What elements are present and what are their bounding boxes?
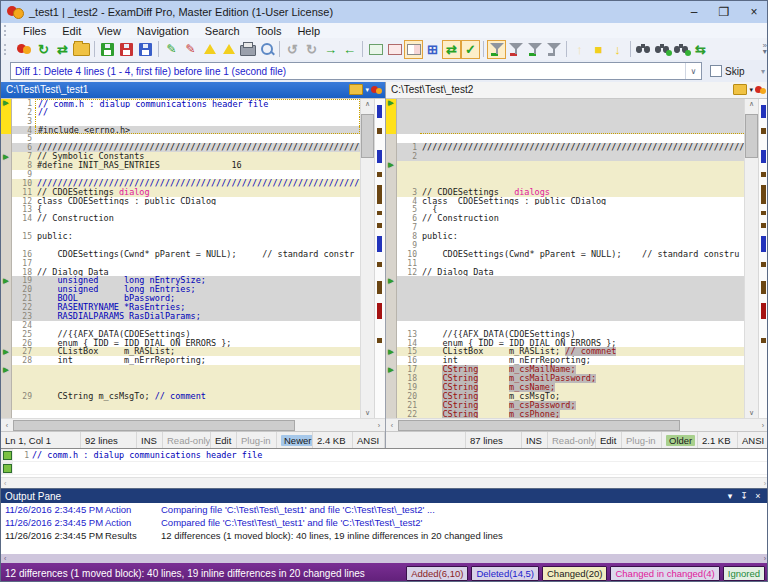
- code-line[interactable]: 1///////////////////////////////////////…: [386, 143, 744, 152]
- menu-search[interactable]: Search: [197, 25, 248, 37]
- code-text[interactable]: CListBox m_RASList;: [35, 347, 360, 356]
- code-text[interactable]: [420, 161, 744, 170]
- diff-map-mark[interactable]: [761, 105, 766, 118]
- right-diff-map[interactable]: [758, 99, 768, 418]
- diff-marker-icon[interactable]: ▶: [3, 154, 8, 160]
- scroll-left-icon[interactable]: ‹: [386, 420, 398, 431]
- diff-marker-icon[interactable]: ▶: [3, 349, 8, 355]
- code-text[interactable]: CString m_csMailPassword;: [420, 374, 744, 383]
- code-line[interactable]: 4class CDOESettings : public CDialog: [386, 197, 744, 206]
- find-next-button[interactable]: [653, 40, 672, 59]
- code-line[interactable]: [386, 285, 744, 294]
- diff-map-mark[interactable]: [377, 262, 382, 267]
- code-text[interactable]: [420, 117, 744, 126]
- code-text[interactable]: CDOESettings(Cwnd* pParent = NULL); // s…: [35, 250, 360, 259]
- left-code-view[interactable]: ▶1// comm.h : dialup communications head…: [1, 99, 360, 418]
- code-line[interactable]: [386, 321, 744, 330]
- code-text[interactable]: [35, 410, 360, 419]
- code-line[interactable]: 11// CDOESettings dialog: [1, 188, 360, 197]
- diff-map-mark[interactable]: [761, 281, 766, 294]
- code-text[interactable]: [420, 321, 744, 330]
- menu-navigation[interactable]: Navigation: [129, 25, 197, 37]
- code-line[interactable]: 17: [1, 259, 360, 268]
- code-line[interactable]: 20 CString m_csMsgTo;: [386, 392, 744, 401]
- code-text[interactable]: {: [420, 205, 744, 214]
- menu-help[interactable]: Help: [289, 25, 328, 37]
- code-line[interactable]: ▶: [386, 99, 744, 108]
- code-line[interactable]: ▶15 CListBox m_RASList; // commnet: [386, 347, 744, 356]
- code-text[interactable]: BOOL bPassword;: [35, 294, 360, 303]
- code-text[interactable]: int m_nErrReporting;: [35, 356, 360, 365]
- edit-first-file-button[interactable]: ✎: [162, 40, 181, 59]
- output-row[interactable]: 11/26/2016 2:34:45 PMActionCompared file…: [1, 516, 768, 529]
- close-button[interactable]: ×: [739, 2, 768, 22]
- scroll-left-icon[interactable]: ‹: [4, 480, 6, 487]
- save-report-as-button[interactable]: [219, 40, 238, 59]
- output-row[interactable]: 11/26/2016 2:34:45 PMActionComparing fil…: [1, 503, 768, 516]
- code-text[interactable]: CDOESettings(Cwnd* pParent = NULL); // s…: [420, 250, 744, 259]
- inspector-line[interactable]: 1// comm.h : dialup communications heade…: [1, 449, 768, 462]
- checkbox-icon[interactable]: [710, 65, 722, 77]
- code-text[interactable]: [420, 285, 744, 294]
- code-line[interactable]: 26 enum { IDD = IDD_DIAL_ON_ERRORS };: [1, 339, 360, 348]
- menu-tools[interactable]: Tools: [248, 25, 290, 37]
- scroll-right-icon[interactable]: ›: [764, 555, 766, 562]
- code-line[interactable]: 9: [386, 241, 744, 250]
- code-text[interactable]: RASDIALPARAMS RasDialParams;: [35, 312, 360, 321]
- code-text[interactable]: class CDOESettings : public CDialog: [420, 197, 744, 206]
- sync-scroll-button[interactable]: ⇄: [442, 40, 461, 59]
- code-line[interactable]: [1, 401, 360, 410]
- diff-marker-icon[interactable]: ▶: [3, 367, 8, 373]
- code-text[interactable]: // Dialog Data: [35, 268, 360, 277]
- code-text[interactable]: CString m_csPhone;: [420, 410, 744, 419]
- code-text[interactable]: [420, 134, 744, 143]
- code-line[interactable]: 22 RASENTRYNAME *RasEntries;: [1, 303, 360, 312]
- tile-view-button[interactable]: ⊞: [423, 40, 442, 59]
- code-line[interactable]: 19 CString m_csName;: [386, 383, 744, 392]
- code-text[interactable]: {: [35, 205, 360, 214]
- diffbar-overflow-button[interactable]: ▾: [761, 67, 765, 76]
- print-button[interactable]: [238, 40, 257, 59]
- scroll-left-icon[interactable]: ‹: [4, 555, 6, 562]
- diff-marker-icon[interactable]: ▶: [388, 349, 393, 355]
- save-report-button[interactable]: [200, 40, 219, 59]
- code-text[interactable]: // Dialog Data: [420, 268, 744, 277]
- diff-map-mark[interactable]: [761, 338, 766, 343]
- code-line[interactable]: 8#define INIT_RAS_ENTRIES 16: [1, 161, 360, 170]
- code-text[interactable]: [35, 259, 360, 268]
- diff-map-mark[interactable]: [377, 150, 382, 163]
- compare-icon[interactable]: [755, 85, 767, 95]
- code-line[interactable]: ▶19 unsigned long nEntrySize;: [1, 276, 360, 285]
- code-text[interactable]: unsigned long nEntrySize;: [35, 276, 360, 285]
- output-scrollbar[interactable]: ‹ ›: [1, 554, 768, 563]
- code-line[interactable]: 11: [386, 259, 744, 268]
- scroll-right-icon[interactable]: ›: [373, 420, 385, 431]
- diff-map-mark[interactable]: [377, 172, 382, 177]
- code-text[interactable]: //: [35, 108, 360, 117]
- code-text[interactable]: [420, 276, 744, 285]
- code-line[interactable]: [1, 223, 360, 232]
- code-text[interactable]: [35, 117, 360, 126]
- code-line[interactable]: [1, 374, 360, 383]
- previous-difference-button[interactable]: ↑: [570, 40, 589, 59]
- code-line[interactable]: 13{: [1, 205, 360, 214]
- code-text[interactable]: int m_nErrReporting;: [420, 356, 744, 365]
- diff-marker-icon[interactable]: ▶: [388, 162, 393, 168]
- diff-map-mark[interactable]: [761, 262, 766, 267]
- code-line[interactable]: 3// CDOESettings dialogs: [386, 188, 744, 197]
- scroll-left-icon[interactable]: ‹: [1, 420, 13, 431]
- code-line[interactable]: 2: [386, 152, 744, 161]
- code-text[interactable]: [420, 303, 744, 312]
- open-files-button[interactable]: [72, 40, 91, 59]
- open-file-icon[interactable]: [349, 84, 363, 95]
- diff-map-mark[interactable]: [761, 303, 766, 319]
- menu-files[interactable]: Files: [15, 25, 54, 37]
- code-text[interactable]: [420, 108, 744, 117]
- scrollbar-thumb[interactable]: [13, 420, 295, 431]
- diff-map-mark[interactable]: [377, 211, 382, 216]
- code-text[interactable]: [35, 170, 360, 179]
- code-line[interactable]: ▶: [386, 276, 744, 285]
- scroll-down-icon[interactable]: ∨: [361, 407, 374, 418]
- code-line[interactable]: [1, 410, 360, 419]
- code-line[interactable]: ▶: [1, 365, 360, 374]
